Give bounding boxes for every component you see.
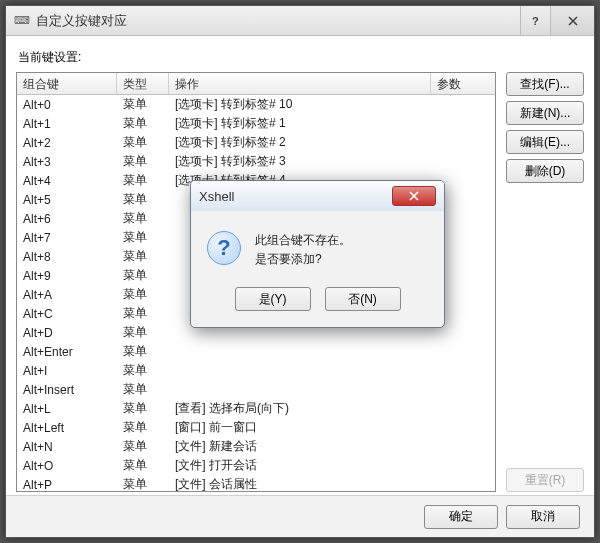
- cell-type: 菜单: [117, 153, 169, 170]
- cell-type: 菜单: [117, 115, 169, 132]
- modal-close-button[interactable]: [392, 186, 436, 206]
- cell-key: Alt+Insert: [17, 383, 117, 397]
- cell-key: Alt+1: [17, 117, 117, 131]
- keyboard-icon: ⌨: [14, 13, 30, 29]
- col-header-action[interactable]: 操作: [169, 73, 431, 94]
- cell-key: Alt+5: [17, 193, 117, 207]
- cell-action: [窗口] 前一窗口: [169, 419, 431, 436]
- question-icon: ?: [207, 231, 241, 265]
- table-row[interactable]: Alt+L菜单[查看] 选择布局(向下): [17, 399, 495, 418]
- table-row[interactable]: Alt+Left菜单[窗口] 前一窗口: [17, 418, 495, 437]
- cell-type: 菜单: [117, 438, 169, 455]
- yes-button[interactable]: 是(Y): [235, 287, 311, 311]
- cell-type: 菜单: [117, 324, 169, 341]
- cell-type: 菜单: [117, 381, 169, 398]
- cell-key: Alt+A: [17, 288, 117, 302]
- cell-key: Alt+0: [17, 98, 117, 112]
- table-row[interactable]: Alt+Enter菜单: [17, 342, 495, 361]
- new-button[interactable]: 新建(N)...: [506, 101, 584, 125]
- col-header-param[interactable]: 参数: [431, 73, 495, 94]
- col-header-key[interactable]: 组合键: [17, 73, 117, 94]
- cell-type: 菜单: [117, 419, 169, 436]
- cell-key: Alt+N: [17, 440, 117, 454]
- dialog-footer: 确定 取消: [6, 495, 594, 537]
- cell-key: Alt+Enter: [17, 345, 117, 359]
- cell-key: Alt+9: [17, 269, 117, 283]
- cell-key: Alt+7: [17, 231, 117, 245]
- table-row[interactable]: Alt+3菜单[选项卡] 转到标签# 3: [17, 152, 495, 171]
- modal-title-text: Xshell: [199, 189, 392, 204]
- cell-type: 菜单: [117, 229, 169, 246]
- table-header: 组合键 类型 操作 参数: [17, 73, 495, 95]
- cell-key: Alt+6: [17, 212, 117, 226]
- window-close-button[interactable]: [550, 6, 594, 35]
- cell-action: [文件] 打开会话: [169, 457, 431, 474]
- table-row[interactable]: Alt+O菜单[文件] 打开会话: [17, 456, 495, 475]
- cell-key: Alt+L: [17, 402, 117, 416]
- svg-text:?: ?: [532, 15, 539, 27]
- cell-type: 菜单: [117, 362, 169, 379]
- titlebar: ⌨ 自定义按键对应 ?: [6, 6, 594, 36]
- cell-action: [选项卡] 转到标签# 10: [169, 96, 431, 113]
- table-row[interactable]: Alt+2菜单[选项卡] 转到标签# 2: [17, 133, 495, 152]
- cell-type: 菜单: [117, 191, 169, 208]
- cell-action: [选项卡] 转到标签# 1: [169, 115, 431, 132]
- cell-key: Alt+Left: [17, 421, 117, 435]
- window-title: 自定义按键对应: [36, 12, 520, 30]
- reset-button: 重置(R): [506, 468, 584, 492]
- cell-type: 菜单: [117, 248, 169, 265]
- cell-key: Alt+4: [17, 174, 117, 188]
- cell-key: Alt+3: [17, 155, 117, 169]
- cell-key: Alt+O: [17, 459, 117, 473]
- cell-key: Alt+8: [17, 250, 117, 264]
- cell-key: Alt+D: [17, 326, 117, 340]
- no-button[interactable]: 否(N): [325, 287, 401, 311]
- cancel-button[interactable]: 取消: [506, 505, 580, 529]
- cell-type: 菜单: [117, 286, 169, 303]
- cell-key: Alt+C: [17, 307, 117, 321]
- cell-type: 菜单: [117, 267, 169, 284]
- help-button[interactable]: ?: [520, 6, 550, 35]
- cell-key: Alt+P: [17, 478, 117, 492]
- cell-action: [选项卡] 转到标签# 2: [169, 134, 431, 151]
- ok-button[interactable]: 确定: [424, 505, 498, 529]
- cell-type: 菜单: [117, 400, 169, 417]
- cell-key: Alt+I: [17, 364, 117, 378]
- cell-type: 菜单: [117, 96, 169, 113]
- side-buttons: 查找(F)... 新建(N)... 编辑(E)... 删除(D) 重置(R): [506, 72, 584, 492]
- confirm-dialog: Xshell ? 此组合键不存在。 是否要添加? 是(Y) 否(N): [190, 180, 445, 328]
- cell-type: 菜单: [117, 210, 169, 227]
- cell-action: [文件] 会话属性: [169, 476, 431, 492]
- cell-action: [查看] 选择布局(向下): [169, 400, 431, 417]
- find-button[interactable]: 查找(F)...: [506, 72, 584, 96]
- table-row[interactable]: Alt+Insert菜单: [17, 380, 495, 399]
- cell-action: [选项卡] 转到标签# 3: [169, 153, 431, 170]
- table-row[interactable]: Alt+P菜单[文件] 会话属性: [17, 475, 495, 492]
- cell-type: 菜单: [117, 457, 169, 474]
- cell-type: 菜单: [117, 134, 169, 151]
- table-row[interactable]: Alt+0菜单[选项卡] 转到标签# 10: [17, 95, 495, 114]
- table-row[interactable]: Alt+N菜单[文件] 新建会话: [17, 437, 495, 456]
- cell-type: 菜单: [117, 343, 169, 360]
- cell-type: 菜单: [117, 172, 169, 189]
- modal-line1: 此组合键不存在。: [255, 231, 351, 250]
- cell-action: [文件] 新建会话: [169, 438, 431, 455]
- modal-titlebar: Xshell: [191, 181, 444, 211]
- col-header-type[interactable]: 类型: [117, 73, 169, 94]
- cell-type: 菜单: [117, 476, 169, 492]
- table-row[interactable]: Alt+I菜单: [17, 361, 495, 380]
- edit-button[interactable]: 编辑(E)...: [506, 130, 584, 154]
- current-settings-label: 当前键设置:: [18, 49, 582, 66]
- delete-button[interactable]: 删除(D): [506, 159, 584, 183]
- cell-key: Alt+2: [17, 136, 117, 150]
- table-row[interactable]: Alt+1菜单[选项卡] 转到标签# 1: [17, 114, 495, 133]
- modal-line2: 是否要添加?: [255, 250, 351, 269]
- modal-message: 此组合键不存在。 是否要添加?: [255, 231, 351, 269]
- cell-type: 菜单: [117, 305, 169, 322]
